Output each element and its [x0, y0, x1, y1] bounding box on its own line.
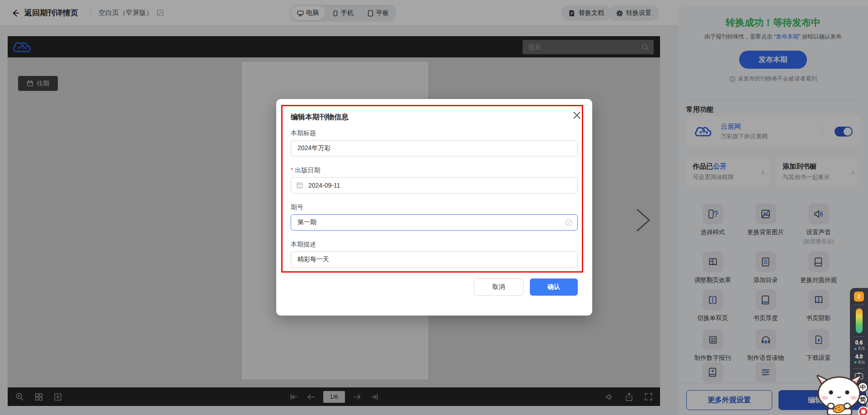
issue-title-input[interactable]	[291, 140, 578, 156]
app-window: 返回期刊详情页 空白页（窄屏版） 电脑 手机	[0, 0, 868, 415]
issue-desc-field-wrap	[291, 251, 578, 268]
desktop-pet-cat	[813, 373, 866, 415]
network-monitor-widget: 2 0.6 ▲K/s 4.0 ▼K/s	[850, 288, 868, 385]
required-mark: *	[291, 166, 293, 174]
cancel-button[interactable]: 取消	[474, 278, 524, 296]
publish-date-field-wrap	[291, 177, 578, 193]
issue-desc-label: 本期描述	[291, 241, 578, 249]
issue-title-label: 本期标题	[291, 129, 578, 137]
download-speed-value: 4.0	[855, 354, 863, 360]
close-icon[interactable]	[573, 111, 581, 119]
publish-date-input[interactable]	[291, 177, 578, 193]
confirm-button[interactable]: 确认	[530, 278, 578, 296]
temperature-gradient-bar	[856, 308, 863, 333]
upload-speed-value: 0.6	[855, 340, 863, 346]
issue-number-field-wrap	[291, 214, 578, 231]
issue-number-input[interactable]	[291, 214, 578, 231]
upload-arrow-icon: ▲	[853, 346, 858, 351]
publish-date-label: *出版日期	[291, 166, 578, 174]
edit-issue-modal: 编辑本期刊物信息 本期标题 *出版日期 期号 本期描述 取消	[276, 99, 592, 316]
issue-title-field-wrap	[291, 140, 578, 156]
issue-number-label: 期号	[291, 203, 578, 212]
notification-badge[interactable]: 2	[854, 292, 864, 302]
issue-desc-input[interactable]	[291, 251, 578, 268]
download-arrow-icon: ▼	[853, 360, 858, 365]
modal-title: 编辑本期刊物信息	[291, 113, 578, 122]
